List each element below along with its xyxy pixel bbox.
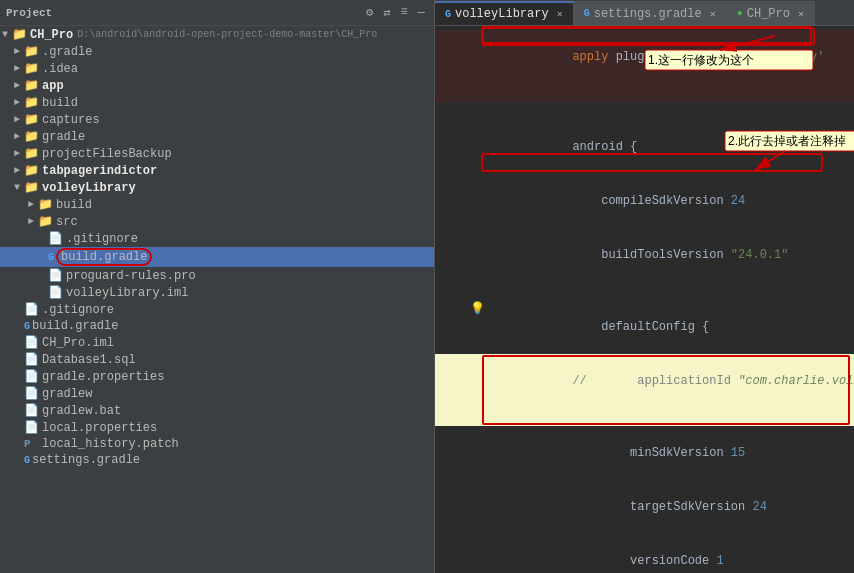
gradleprop-label: gradle.properties	[42, 370, 164, 384]
line-content-5: buildToolsVersion "24.0.1"	[482, 228, 854, 282]
sidebar-item-build[interactable]: ► 📁 build	[0, 94, 434, 111]
sidebar-item-tabpager[interactable]: ► 📁 tabpagerindictor	[0, 162, 434, 179]
sidebar-item-vl-iml[interactable]: ► 📄 volleyLibrary.iml	[0, 284, 434, 301]
line-content-10: targetSdkVersion 24	[482, 480, 854, 534]
projectfiles-folder-icon: 📁	[24, 146, 40, 161]
tab-chpro[interactable]: ● CH_Pro ✕	[727, 1, 815, 25]
sidebar-item-root-gitignore[interactable]: ► 📄 .gitignore	[0, 301, 434, 318]
root-buildgradle-icon: G	[24, 321, 30, 332]
editor-line-6	[435, 282, 854, 300]
sidebar-item-vl-buildgradle[interactable]: ► G build.gradle	[0, 247, 434, 267]
root-label: CH_Pro	[30, 28, 73, 42]
db-icon: 📄	[24, 352, 40, 367]
settings-label: settings.gradle	[32, 453, 140, 467]
history-icon: P	[24, 438, 40, 450]
sidebar-item-gradlew[interactable]: ► 📄 gradlew	[0, 385, 434, 402]
captures-label: captures	[42, 113, 100, 127]
volleylibrary-arrow: ▼	[14, 182, 24, 193]
gradleprop-icon: 📄	[24, 369, 40, 384]
chiml-icon: 📄	[24, 335, 40, 350]
sidebar-item-settings[interactable]: ► G settings.gradle	[0, 452, 434, 468]
tab-gradle-icon-2: G	[584, 8, 590, 19]
editor-wrapper: apply plugin: 'com.android.library' andr…	[435, 26, 854, 573]
sidebar-icon-1[interactable]: ⚙	[363, 4, 376, 21]
sidebar-item-projectfiles[interactable]: ► 📁 projectFilesBackup	[0, 145, 434, 162]
sidebar-item-chiml[interactable]: ► 📄 CH_Pro.iml	[0, 334, 434, 351]
tree-root[interactable]: ▼ 📁 CH_Pro D:\android\android-open-proje…	[0, 26, 434, 43]
line-content-4: compileSdkVersion 24	[482, 174, 854, 228]
sidebar-item-gradle2[interactable]: ► 📁 gradle	[0, 128, 434, 145]
vl-gitignore-icon: 📄	[48, 231, 64, 246]
sidebar-item-vl-proguard[interactable]: ► 📄 proguard-rules.pro	[0, 267, 434, 284]
vl-buildgradle-icon: G	[48, 252, 54, 263]
vl-build-arrow: ►	[28, 199, 38, 210]
sidebar-item-volleylibrary[interactable]: ▼ 📁 volleyLibrary	[0, 179, 434, 196]
line-content-2	[482, 102, 854, 120]
editor-line-9: minSdkVersion 15	[435, 426, 854, 480]
gradle2-folder-icon: 📁	[24, 129, 40, 144]
editor-content[interactable]: apply plugin: 'com.android.library' andr…	[435, 26, 854, 573]
sidebar-item-localprop[interactable]: ► 📄 local.properties	[0, 419, 434, 436]
sidebar-item-vl-gitignore[interactable]: ► 📄 .gitignore	[0, 230, 434, 247]
gradlew-label: gradlew	[42, 387, 92, 401]
app-label: app	[42, 79, 64, 93]
sidebar-item-vl-build[interactable]: ► 📁 build	[0, 196, 434, 213]
sidebar-item-history[interactable]: ► P local_history.patch	[0, 436, 434, 452]
volleylibrary-label: volleyLibrary	[42, 181, 136, 195]
root-buildgradle-label: build.gradle	[32, 319, 118, 333]
sidebar-item-app[interactable]: ► 📁 app	[0, 77, 434, 94]
sidebar-item-idea[interactable]: ► 📁 .idea	[0, 60, 434, 77]
root-gitignore-label: .gitignore	[42, 303, 114, 317]
app-arrow: ►	[14, 80, 24, 91]
editor-line-5: buildToolsVersion "24.0.1"	[435, 228, 854, 282]
build-label: build	[42, 96, 78, 110]
editor-line-2	[435, 102, 854, 120]
captures-arrow: ►	[14, 114, 24, 125]
localprop-icon: 📄	[24, 420, 40, 435]
vl-iml-label: volleyLibrary.iml	[66, 286, 188, 300]
root-arrow: ▼	[2, 29, 12, 40]
tab-settings[interactable]: G settings.gradle ✕	[574, 1, 727, 25]
line-content-7: defaultConfig {	[482, 300, 854, 354]
tab-gradle-icon-1: G	[445, 9, 451, 20]
root-gitignore-icon: 📄	[24, 302, 40, 317]
projectfiles-label: projectFilesBackup	[42, 147, 172, 161]
sidebar-item-vl-src[interactable]: ► 📁 src	[0, 213, 434, 230]
line-content-8: // applicationId "com.charlie.volley"	[482, 354, 854, 426]
tab-close-3[interactable]: ✕	[798, 8, 804, 20]
tab-close-1[interactable]: ✕	[557, 8, 563, 20]
line-content-3: android {	[482, 120, 854, 174]
sidebar: Project ⚙ ⇄ ≡ ‒ ▼ 📁 CH_Pro D:\android\an…	[0, 0, 435, 573]
sidebar-item-root-buildgradle[interactable]: ► G build.gradle	[0, 318, 434, 334]
tab-volleylibrary[interactable]: G volleyLibrary ✕	[435, 1, 574, 25]
sidebar-item-gradleprop[interactable]: ► 📄 gradle.properties	[0, 368, 434, 385]
editor-line-8: // applicationId "com.charlie.volley"	[435, 354, 854, 426]
sidebar-item-captures[interactable]: ► 📁 captures	[0, 111, 434, 128]
editor-line-1: apply plugin: 'com.android.library'	[435, 30, 854, 102]
line-content-6	[482, 282, 854, 300]
vl-src-label: src	[56, 215, 78, 229]
editor-area: G volleyLibrary ✕ G settings.gradle ✕ ● …	[435, 0, 854, 573]
vl-proguard-icon: 📄	[48, 268, 64, 283]
sidebar-item-gradle[interactable]: ► 📁 .gradle	[0, 43, 434, 60]
build-folder-icon: 📁	[24, 95, 40, 110]
sidebar-item-db[interactable]: ► 📄 Database1.sql	[0, 351, 434, 368]
line-content-9: minSdkVersion 15	[482, 426, 854, 480]
tab-close-2[interactable]: ✕	[710, 8, 716, 20]
tab-bar: G volleyLibrary ✕ G settings.gradle ✕ ● …	[435, 0, 854, 26]
gradlew-icon: 📄	[24, 386, 40, 401]
vl-build-folder-icon: 📁	[38, 197, 54, 212]
tab-label-2: settings.gradle	[594, 7, 702, 21]
gradle-folder-icon: 📁	[24, 44, 40, 59]
tabpager-label: tabpagerindictor	[42, 164, 157, 178]
sidebar-icon-3[interactable]: ≡	[398, 4, 411, 21]
sidebar-title: Project	[6, 7, 52, 19]
vl-gitignore-label: .gitignore	[66, 232, 138, 246]
tab-label-1: volleyLibrary	[455, 7, 549, 21]
sidebar-icon-4[interactable]: ‒	[415, 4, 428, 21]
localprop-label: local.properties	[42, 421, 157, 435]
tabpager-folder-icon: 📁	[24, 163, 40, 178]
sidebar-item-gradlewbat[interactable]: ► 📄 gradlew.bat	[0, 402, 434, 419]
idea-folder-icon: 📁	[24, 61, 40, 76]
sidebar-icon-2[interactable]: ⇄	[380, 4, 393, 21]
